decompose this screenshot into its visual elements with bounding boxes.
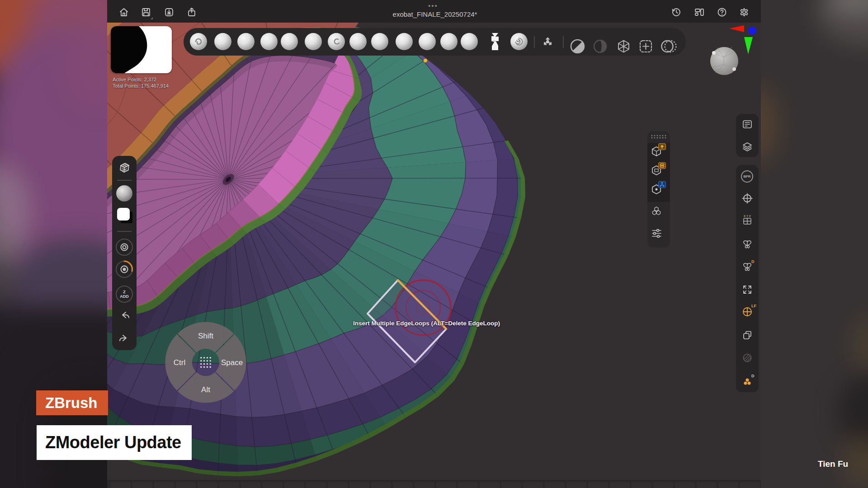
svg-text:Y: Y xyxy=(746,215,748,217)
svg-text:Z: Z xyxy=(749,215,751,217)
svg-text:X: X xyxy=(744,215,745,217)
